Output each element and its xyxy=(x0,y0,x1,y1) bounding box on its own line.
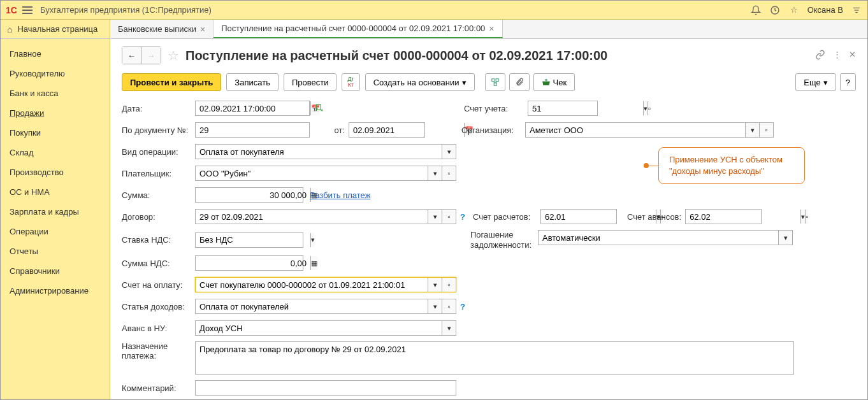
tab-home[interactable]: ⌂ Начальная страница xyxy=(1,20,110,38)
open-icon[interactable]: ▫ xyxy=(759,123,773,137)
chevron-down-icon[interactable]: ▾ xyxy=(800,210,805,224)
settle-acc-input[interactable]: ▾ ▫ xyxy=(540,209,617,224)
vat-rate-field[interactable] xyxy=(196,233,310,247)
org-field[interactable] xyxy=(526,123,745,137)
invoice-field[interactable] xyxy=(196,278,428,292)
chevron-down-icon[interactable]: ▾ xyxy=(442,321,456,335)
chevron-down-icon[interactable]: ▾ xyxy=(428,166,442,180)
tab-bank-statements[interactable]: Банковские выписки × xyxy=(110,20,213,38)
chevron-down-icon[interactable]: ▾ xyxy=(310,233,315,247)
more-vert-icon[interactable]: ⋮ xyxy=(833,50,841,62)
tab-receipt[interactable]: Поступление на расчетный счет 0000-00000… xyxy=(213,20,502,38)
account-field[interactable] xyxy=(528,101,643,115)
dtkt-button[interactable]: ДтКт xyxy=(342,73,359,91)
account-input[interactable]: ▾ ▫ xyxy=(528,101,598,116)
post-button[interactable]: Провести xyxy=(284,73,337,91)
docnum-field[interactable] xyxy=(196,123,310,137)
create-based-button[interactable]: Создать на основании ▾ xyxy=(365,73,475,91)
open-icon[interactable]: ▫ xyxy=(442,210,456,224)
sidebar-item-purchases[interactable]: Покупки xyxy=(1,123,110,143)
star-icon[interactable]: ☆ xyxy=(788,4,800,16)
org-input[interactable]: ▾ ▫ xyxy=(525,122,774,138)
comment-input[interactable] xyxy=(195,380,456,396)
date-input[interactable]: 📅 xyxy=(195,101,310,116)
sidebar-item-admin[interactable]: Администрирование xyxy=(1,281,110,301)
check-button[interactable]: Чек xyxy=(533,73,575,91)
debt-field[interactable] xyxy=(539,231,778,245)
date-field[interactable] xyxy=(196,101,310,115)
purpose-textarea[interactable]: Предоплата за товар по договору № 29 от … xyxy=(195,341,794,375)
split-payment-link[interactable]: Разбить платеж xyxy=(310,190,370,200)
sidebar-item-payroll[interactable]: Зарплата и кадры xyxy=(1,202,110,222)
advance-nu-field[interactable] xyxy=(196,321,442,335)
docdate-input[interactable]: 📅 xyxy=(349,122,425,138)
sidebar-item-bank[interactable]: Банк и касса xyxy=(1,83,110,103)
favorite-icon[interactable]: ☆ xyxy=(168,48,179,63)
history-icon[interactable] xyxy=(769,4,781,16)
sum-input[interactable]: ▦ xyxy=(195,187,303,203)
back-button[interactable]: ← xyxy=(122,47,141,64)
optype-field[interactable] xyxy=(196,145,442,159)
open-icon[interactable]: ▫ xyxy=(442,166,456,180)
debt-input[interactable]: ▾ xyxy=(538,230,793,245)
close-pane-icon[interactable]: ✕ xyxy=(849,50,856,62)
sidebar-item-production[interactable]: Производство xyxy=(1,162,110,182)
comment-field[interactable] xyxy=(196,381,456,395)
close-icon[interactable]: × xyxy=(489,24,494,34)
chevron-down-icon[interactable]: ▾ xyxy=(442,145,456,159)
docnum-input[interactable] xyxy=(195,122,310,138)
invoice-input[interactable]: ▾ ▫ xyxy=(195,277,456,292)
post-and-close-button[interactable]: Провести и закрыть xyxy=(122,73,221,91)
chevron-down-icon[interactable]: ▾ xyxy=(428,210,442,224)
optype-input[interactable]: ▾ xyxy=(195,144,456,159)
open-icon[interactable]: ▫ xyxy=(647,101,651,115)
attach-button[interactable] xyxy=(509,73,530,91)
bell-icon[interactable] xyxy=(750,4,762,16)
payer-field[interactable] xyxy=(196,166,428,180)
calc-icon[interactable]: ▦ xyxy=(310,256,317,270)
sum-field[interactable] xyxy=(196,188,310,202)
chevron-down-icon[interactable]: ▾ xyxy=(643,101,647,115)
chevron-down-icon[interactable]: ▾ xyxy=(745,123,759,137)
sidebar-item-manager[interactable]: Руководителю xyxy=(1,64,110,83)
more-button[interactable]: Еще ▾ xyxy=(795,73,835,91)
refresh-icon[interactable] xyxy=(315,103,324,114)
advance-acc-input[interactable]: ▾ ▫ xyxy=(685,209,762,224)
help-icon[interactable]: ? xyxy=(460,212,465,222)
sidebar-item-warehouse[interactable]: Склад xyxy=(1,143,110,162)
settings-icon[interactable] xyxy=(851,4,862,16)
user-name[interactable]: Оксана В xyxy=(807,5,843,15)
chevron-down-icon[interactable]: ▾ xyxy=(428,299,442,313)
payer-input[interactable]: ▾ ▫ xyxy=(195,166,456,181)
income-field[interactable] xyxy=(196,299,428,313)
vat-sum-input[interactable]: ▦ xyxy=(195,255,303,271)
advance-acc-field[interactable] xyxy=(686,210,800,224)
link-icon[interactable] xyxy=(815,50,825,62)
income-input[interactable]: ▾ ▫ xyxy=(195,299,456,314)
advance-nu-input[interactable]: ▾ xyxy=(195,320,456,336)
sidebar-item-sales[interactable]: Продажи xyxy=(1,103,110,123)
sidebar-item-assets[interactable]: ОС и НМА xyxy=(1,182,110,202)
open-icon[interactable]: ▫ xyxy=(442,299,456,313)
open-icon[interactable]: ▫ xyxy=(805,210,808,224)
save-button[interactable]: Записать xyxy=(226,73,278,91)
sidebar-item-directories[interactable]: Справочники xyxy=(1,261,110,281)
docdate-field[interactable] xyxy=(349,123,464,137)
close-icon[interactable]: × xyxy=(200,24,205,34)
chevron-down-icon[interactable]: ▾ xyxy=(428,278,442,292)
sidebar-item-operations[interactable]: Операции xyxy=(1,222,110,241)
contract-field[interactable] xyxy=(196,210,428,224)
help-icon[interactable]: ? xyxy=(460,302,465,311)
structure-button[interactable] xyxy=(485,73,505,91)
open-icon[interactable]: ▫ xyxy=(442,278,456,292)
help-button[interactable]: ? xyxy=(840,73,856,91)
contract-input[interactable]: ▾ ▫ xyxy=(195,209,456,224)
vat-sum-field[interactable] xyxy=(196,256,310,270)
forward-button[interactable]: → xyxy=(141,47,161,64)
chevron-down-icon[interactable]: ▾ xyxy=(778,231,792,245)
sidebar-item-main[interactable]: Главное xyxy=(1,44,110,64)
vat-rate-input[interactable]: ▾ xyxy=(195,232,303,248)
menu-icon[interactable] xyxy=(22,6,33,14)
callout-line2: "доходы минус расходы" xyxy=(669,166,794,177)
sidebar-item-reports[interactable]: Отчеты xyxy=(1,241,110,261)
